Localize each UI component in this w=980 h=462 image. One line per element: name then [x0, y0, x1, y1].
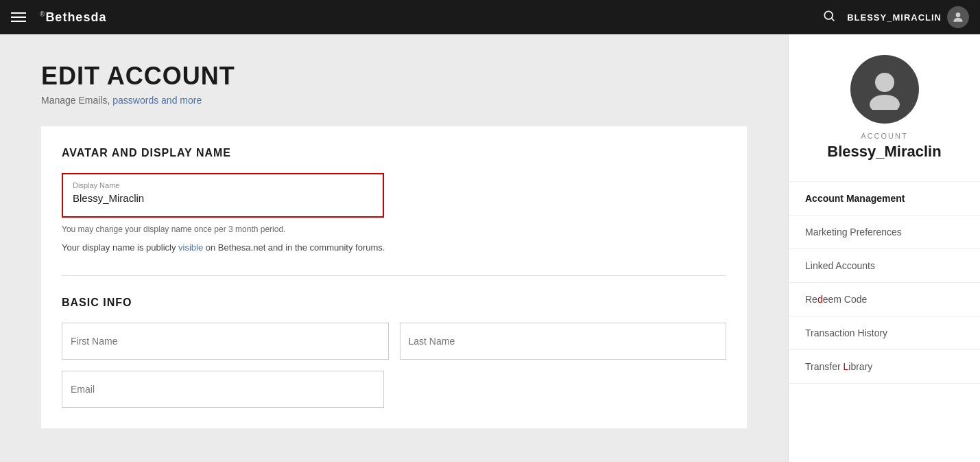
sidebar-item-redeem-code[interactable]: Redeem Code [789, 283, 980, 316]
sidebar-person-icon [864, 69, 905, 110]
avatar-section-card: AVATAR AND DISPLAY NAME Display Name You… [41, 126, 747, 428]
svg-point-2 [956, 12, 961, 17]
visibility-text: Your display name is publicly visible on… [62, 241, 726, 255]
person-icon [951, 10, 965, 24]
first-name-input[interactable] [62, 323, 389, 360]
content-area: EDIT ACCOUNT Manage Emails, passwords an… [0, 34, 788, 462]
search-button[interactable] [822, 9, 836, 26]
display-name-field-group: Display Name [64, 176, 381, 209]
visible-link[interactable]: visible [178, 242, 203, 253]
right-sidebar: ACCOUNT Blessy_Miraclin Account Manageme… [788, 34, 980, 462]
sidebar-item-transaction-history[interactable]: Transaction History [789, 316, 980, 350]
main-layout: EDIT ACCOUNT Manage Emails, passwords an… [0, 34, 980, 462]
nav-left: ®Bethesda [11, 10, 106, 25]
name-fields-row [62, 323, 726, 360]
brand-logo: ®Bethesda [40, 10, 106, 25]
top-navigation: ®Bethesda BLESSY_MIRACLIN [0, 0, 980, 34]
account-label: ACCOUNT [861, 132, 907, 140]
nav-right: BLESSY_MIRACLIN [822, 6, 969, 28]
svg-point-0 [825, 11, 833, 19]
section-divider [62, 275, 726, 276]
page-subtitle: Manage Emails, passwords and more [41, 95, 747, 106]
svg-point-3 [875, 73, 894, 92]
sidebar-item-marketing-preferences[interactable]: Marketing Preferences [789, 216, 980, 249]
svg-line-1 [832, 18, 835, 21]
sidebar-item-account-management[interactable]: Account Management [789, 182, 980, 216]
subtitle-link[interactable]: passwords and more [112, 95, 202, 106]
hamburger-menu[interactable] [11, 12, 26, 22]
transfer-highlight: L [844, 361, 849, 372]
nav-avatar[interactable] [947, 6, 969, 28]
display-name-wrapper: Display Name [62, 173, 384, 218]
sidebar-avatar [850, 55, 919, 124]
sidebar-username: Blessy_Miraclin [827, 143, 941, 161]
basic-info-title: BASIC INFO [62, 297, 726, 309]
last-name-input[interactable] [400, 323, 727, 360]
svg-point-4 [870, 95, 900, 110]
sidebar-item-linked-accounts[interactable]: Linked Accounts [789, 249, 980, 283]
page-title: EDIT ACCOUNT [41, 62, 747, 91]
display-name-hint: You may change your display name once pe… [62, 224, 726, 234]
sidebar-navigation: Account Management Marketing Preferences… [789, 182, 980, 384]
search-icon [822, 9, 836, 23]
redeem-highlight: d [817, 294, 823, 305]
email-input[interactable] [62, 371, 384, 408]
nav-username: BLESSY_MIRACLIN [847, 12, 942, 23]
display-name-input[interactable] [64, 176, 381, 209]
sidebar-item-transfer-library[interactable]: Transfer Library [789, 350, 980, 384]
avatar-section-title: AVATAR AND DISPLAY NAME [62, 147, 726, 159]
user-info: BLESSY_MIRACLIN [847, 6, 969, 28]
